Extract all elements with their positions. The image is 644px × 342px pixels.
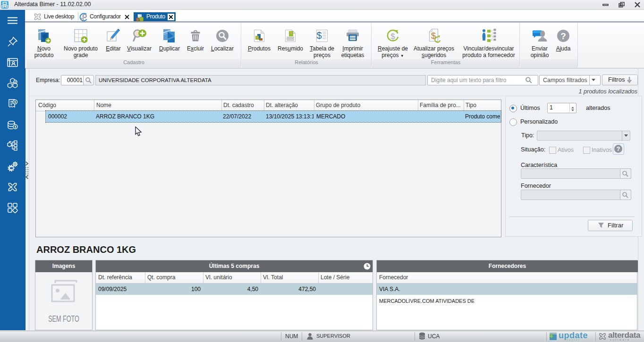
svg-text:$: $ (390, 32, 395, 41)
svg-text:?: ? (560, 31, 566, 41)
svg-text:$: $ (316, 30, 322, 41)
